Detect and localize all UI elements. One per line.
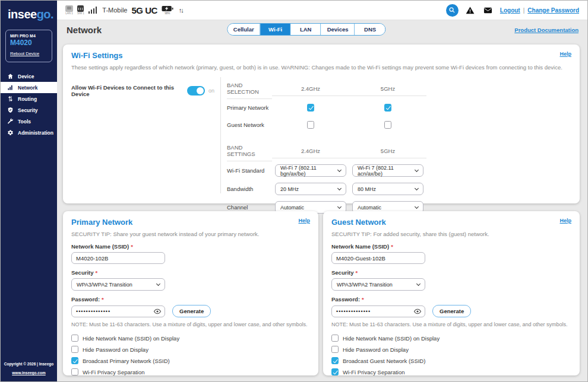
allow-wifi-toggle[interactable] [187,86,205,95]
reboot-device-link[interactable]: Reboot Device [10,51,39,56]
primary-privacy-separation-option[interactable]: Wi-Fi Privacy Separation [71,368,310,375]
device-info-box: MiFi PRO M4 M4020 Reboot Device [5,30,52,62]
guest-hide-password-option[interactable]: Hide Password on Display [331,346,571,353]
band-selection-table: BAND SELECTION 2.4GHz 5GHz Primary Netwo… [227,77,580,133]
required-asterisk: * [102,296,104,303]
sidebar-item-label: Administration [18,130,53,136]
wifi-standard-24-select[interactable]: Wi-Fi 7 (802.11 bgn/ax/be) [275,164,346,177]
tab-dns[interactable]: DNS [355,24,385,35]
battery-icon [162,5,173,12]
wifi-standard-5-select[interactable]: Wi-Fi 7 (802.11 acn/ax/be) [352,164,423,177]
eye-icon [153,307,162,316]
chevron-down-icon [156,282,160,286]
bandwidth-5-select[interactable]: 80 MHz [352,183,423,195]
primary-broadcast-ssid-option[interactable]: Broadcast Primary Network (SSID) [71,357,310,364]
tab-cellular[interactable]: Cellular [227,24,261,35]
lan-status: LAN 1 [65,5,73,15]
guest-security-select[interactable]: WPA3/WPA2 Transition [331,278,425,291]
guest-password-label: Password:* [323,296,580,303]
option-label: Hide Network Name (SSID) on Display [83,335,179,342]
home-icon [7,73,14,79]
sidebar-footer: Copyright © 2026 | Inseego www.inseego.c… [1,362,57,377]
chevron-down-icon [415,186,419,190]
option-label: Hide Password on Display [343,346,409,353]
sidebar-item-routing[interactable]: Routing [1,93,57,104]
primary-password-input[interactable] [71,305,165,317]
primary-generate-password-button[interactable]: Generate [172,305,211,317]
option-label: Hide Network Name (SSID) on Display [343,335,440,342]
signal-bars-icon [7,84,14,91]
chevron-down-icon [415,205,419,209]
hide-ssid-checkbox[interactable] [331,335,339,342]
routing-arrows-icon [7,95,14,102]
guest-hide-ssid-option[interactable]: Hide Network Name (SSID) on Display [331,335,571,342]
guest-broadcast-ssid-option[interactable]: Broadcast Guest Network (SSID) [331,357,571,364]
selected-value: 20 MHz [280,186,299,192]
signal-strength-icon [88,7,97,14]
sidebar-item-security[interactable]: Security [1,104,57,116]
required-asterisk: * [391,243,393,250]
sidebar-item-administration[interactable]: Administration [1,127,57,138]
sidebar-item-tools[interactable]: Tools [1,116,57,127]
guest-password-input[interactable] [331,305,425,317]
wifi-standard-label: Wi-Fi Standard [227,162,272,179]
sidebar-item-device[interactable]: Device [1,71,57,82]
show-password-button[interactable] [413,307,422,316]
wifi-settings-help-link[interactable]: Help [559,51,571,57]
guest-network-help-link[interactable]: Help [559,218,571,224]
change-password-link[interactable]: Change Password [527,7,579,14]
selected-value: Automatic [358,205,381,211]
guest-ssid-input[interactable] [331,252,425,264]
sim-icon [77,5,84,12]
option-label: Wi-Fi Privacy Separation [343,369,405,375]
guest-network-row-label: Guest Network [227,116,272,133]
broadcast-ssid-checkbox[interactable] [71,357,78,364]
primary-5-checkbox[interactable] [384,104,391,112]
tab-devices[interactable]: Devices [321,24,355,35]
show-password-button[interactable] [153,307,162,316]
logout-link[interactable]: Logout [500,7,520,14]
option-label: Broadcast Primary Network (SSID) [83,358,170,364]
primary-ssid-input[interactable] [71,252,165,264]
tab-lan[interactable]: LAN [291,24,321,35]
guest-24-checkbox[interactable] [307,121,314,129]
primary-hide-password-option[interactable]: Hide Password on Display [71,346,310,353]
search-icon [448,7,456,14]
primary-options-list: Hide Network Name (SSID) on Display Hide… [71,335,310,375]
battery-status: 98% [162,5,173,15]
sidebar-item-label: Tools [18,119,31,125]
wifi-settings-card: Wi-Fi Settings Help These settings apply… [63,44,580,203]
guest-5-checkbox[interactable] [384,121,391,129]
sidebar-item-network[interactable]: Network [1,82,57,93]
hide-password-checkbox[interactable] [71,346,78,353]
guest-generate-password-button[interactable]: Generate [432,305,471,317]
primary-24-checkbox[interactable] [307,104,314,112]
broadcast-ssid-checkbox[interactable] [331,357,339,364]
hide-ssid-checkbox[interactable] [71,335,78,342]
primary-password-label: Password:* [63,296,318,303]
tab-wifi[interactable]: Wi-Fi [261,24,291,35]
privacy-separation-checkbox[interactable] [331,368,339,375]
option-label: Wi-Fi Privacy Separation [83,369,145,375]
device-model-label: MiFi PRO M4 [10,34,48,38]
band-selection-header: BAND SELECTION [227,77,272,99]
product-documentation-link[interactable]: Product Documentation [514,27,578,33]
primary-network-help-link[interactable]: Help [298,218,310,224]
guest-privacy-separation-option[interactable]: Wi-Fi Privacy Separation [331,368,571,375]
primary-security-select[interactable]: WPA3/WPA2 Transition [71,278,165,291]
guest-network-card: Guest Network Help SECURITY TIP: For add… [323,211,580,375]
guest-security-label: Security* [323,269,580,276]
inseego-website-link[interactable]: www.inseego.com [12,371,45,375]
bandwidth-24-select[interactable]: 20 MHz [275,183,346,195]
privacy-separation-checkbox[interactable] [71,368,78,375]
wifi-settings-title: Wi-Fi Settings [71,51,123,60]
chevron-down-icon [337,205,342,209]
primary-hide-ssid-option[interactable]: Hide Network Name (SSID) on Display [71,335,310,342]
guest-ssid-label: Network Name (SSID)* [323,243,580,250]
primary-security-tip: SECURITY TIP: Share your guest network i… [63,227,318,238]
alerts-button[interactable] [464,5,476,15]
hide-password-checkbox[interactable] [331,346,339,353]
search-button[interactable] [446,4,459,17]
selected-value: Wi-Fi 7 (802.11 acn/ax/be) [358,165,415,177]
messages-button[interactable] [482,5,494,15]
